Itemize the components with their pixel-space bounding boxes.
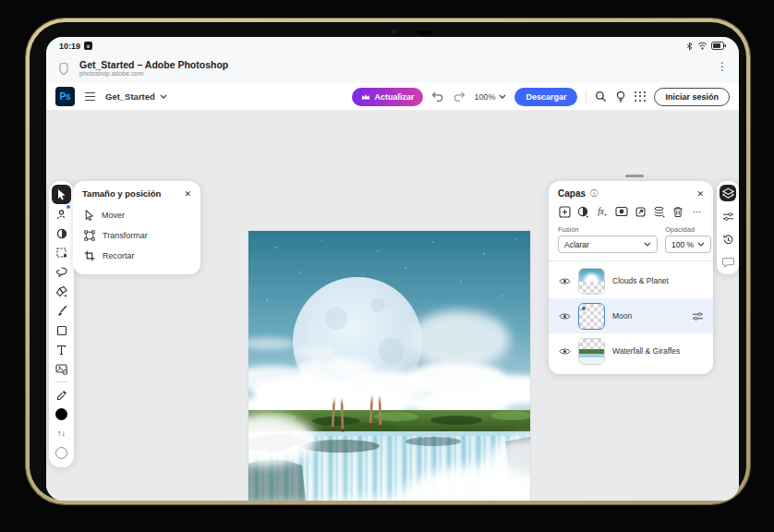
title-bar: Get_Started – Adobe Photoshop photoshop.…: [46, 54, 739, 83]
foreground-color: [55, 408, 67, 420]
eye-icon: [559, 347, 571, 356]
layers-rail-button[interactable]: [720, 185, 736, 201]
zoom-level-dropdown[interactable]: 100%: [474, 92, 506, 102]
lightbulb-icon[interactable]: [615, 91, 626, 103]
main-menu-button[interactable]: [85, 92, 95, 101]
layers-icon: [722, 187, 734, 200]
selection-brush-tool[interactable]: [52, 243, 71, 262]
comment-icon: [722, 257, 734, 268]
page-title: Get_Started – Adobe Photoshop: [79, 60, 228, 71]
group-layers-button[interactable]: [651, 204, 668, 219]
add-layer-button[interactable]: [556, 204, 573, 219]
visibility-toggle[interactable]: [558, 312, 571, 320]
sensor-slot: [417, 30, 432, 34]
battery-icon: [711, 42, 726, 50]
move-tool[interactable]: [52, 185, 71, 204]
app-toolbar: Ps Get_Started Actualizar: [46, 83, 739, 111]
download-button[interactable]: Descargar: [514, 88, 577, 106]
bluetooth-icon: [686, 42, 694, 51]
layers-panel-title: Capas: [558, 188, 586, 199]
layers-panel-drag-handle[interactable]: [625, 175, 644, 177]
shape-tool[interactable]: [52, 320, 71, 340]
brush-tool[interactable]: [52, 301, 71, 320]
transform-layer-button[interactable]: [632, 204, 648, 219]
menu-item-recortar[interactable]: Recortar: [82, 246, 191, 266]
tablet-frame: 10:19 x Get_Started – Adobe Photoshop ph…: [26, 18, 750, 504]
redo-button[interactable]: [453, 91, 466, 103]
type-tool[interactable]: [52, 340, 71, 359]
composite-artwork: [248, 231, 530, 501]
size-position-panel: Tamaño y posición ✕ Mover Transformar: [73, 181, 200, 274]
layer-name: Waterfall & Giraffes: [612, 346, 704, 356]
screen: 10:19 x Get_Started – Adobe Photoshop ph…: [46, 37, 739, 501]
eyedropper-tool[interactable]: [52, 385, 71, 405]
lasso-icon: [55, 266, 67, 278]
stage: 10:19 x Get_Started – Adobe Photoshop ph…: [0, 0, 774, 532]
search-icon[interactable]: [595, 91, 607, 103]
eyedropper-icon: [56, 390, 67, 401]
lasso-tool[interactable]: [52, 262, 71, 282]
more-options-button[interactable]: ⋯: [689, 204, 706, 219]
rectangle-icon: [56, 325, 67, 336]
document-name-dropdown[interactable]: Get_Started: [105, 91, 167, 102]
dot: [604, 207, 607, 216]
layer-row-moon[interactable]: Moon: [549, 298, 713, 333]
tablet-bezel: 10:19 x Get_Started – Adobe Photoshop ph…: [30, 22, 746, 501]
place-image-tool[interactable]: [52, 359, 71, 379]
comments-rail-button[interactable]: [720, 254, 736, 271]
adjustments-icon: [56, 228, 67, 239]
tools-panel: ↑↓: [49, 181, 74, 467]
close-icon[interactable]: ✕: [696, 189, 704, 199]
browser-menu-button[interactable]: ⋮: [717, 60, 728, 73]
adjustment-layer-button[interactable]: [575, 204, 592, 219]
chevron-down-icon: [644, 242, 651, 247]
layer-mask-icon: [615, 206, 628, 217]
opacity-dropdown[interactable]: 100 %: [665, 236, 711, 253]
delete-layer-button[interactable]: [670, 204, 686, 219]
info-icon[interactable]: ⓘ: [590, 188, 598, 199]
remove-tool[interactable]: [52, 282, 71, 301]
transform-layer-icon: [635, 206, 647, 218]
swap-colors-button[interactable]: ↑↓: [52, 424, 71, 443]
foreground-color-swatch[interactable]: [52, 405, 71, 424]
select-subject-tool[interactable]: [52, 204, 71, 224]
close-icon[interactable]: ✕: [184, 189, 191, 199]
properties-rail-button[interactable]: [720, 208, 736, 224]
background-color-swatch[interactable]: [52, 443, 71, 463]
chevron-down-icon: [697, 242, 705, 247]
apps-grid-icon[interactable]: [635, 91, 646, 103]
new-badge: [67, 205, 70, 209]
history-icon: [722, 234, 734, 246]
signin-button[interactable]: Iniciar sesión: [654, 88, 730, 106]
layer-row-clouds-planet[interactable]: Clouds & Planet: [549, 263, 713, 298]
select-subject-icon: [55, 209, 67, 220]
menu-item-mover[interactable]: Mover: [82, 205, 191, 225]
move-cursor-icon: [56, 188, 67, 200]
layer-name: Moon: [612, 311, 684, 320]
adjustments-tool[interactable]: [52, 224, 71, 243]
canvas[interactable]: [248, 231, 530, 501]
blend-mode-dropdown[interactable]: Aclarar: [558, 236, 658, 253]
menu-item-transformar[interactable]: Transformar: [82, 225, 191, 246]
selection-brush-icon: [55, 247, 67, 259]
layer-settings-button[interactable]: [692, 311, 704, 321]
upgrade-button[interactable]: Actualizar: [352, 88, 423, 106]
layer-row-waterfall-giraffes[interactable]: Waterfall & Giraffes: [549, 333, 713, 369]
visibility-toggle[interactable]: [558, 347, 571, 356]
trash-icon: [672, 206, 683, 218]
undo-button[interactable]: [431, 91, 444, 103]
type-icon: [56, 345, 67, 356]
remove-icon: [55, 285, 67, 297]
group-layers-icon: [653, 206, 665, 218]
crown-icon: [361, 93, 370, 101]
visibility-toggle[interactable]: [558, 277, 571, 285]
background-color: [55, 447, 67, 459]
status-bar: 10:19 x: [46, 37, 739, 54]
site-icon: [57, 62, 70, 76]
layer-effects-button[interactable]: fx: [594, 204, 611, 219]
history-rail-button[interactable]: [720, 231, 736, 248]
opacity-label: Opacidad: [665, 225, 711, 234]
layer-mask-button[interactable]: [613, 204, 630, 219]
blend-mode-label: Fusión: [558, 225, 658, 234]
layers-panel: Capas ⓘ ✕ fx ⋯: [549, 181, 713, 374]
